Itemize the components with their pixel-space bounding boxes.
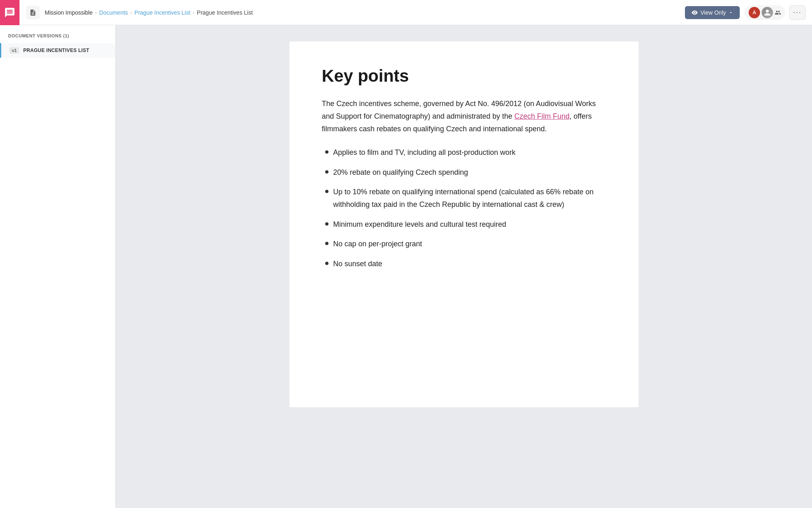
content-area: Key points The Czech incentives scheme, … [116, 25, 812, 508]
bullet-dot [325, 170, 328, 174]
breadcrumb-sep-2: › [130, 10, 132, 15]
bullet-dot [325, 222, 328, 226]
app-icon[interactable] [0, 0, 19, 25]
bullet-dot [325, 150, 328, 154]
bullet-text: No cap on per-project grant [333, 238, 606, 250]
document-paragraph: The Czech incentives scheme, governed by… [322, 98, 606, 135]
topbar-right: A ··· [745, 5, 806, 20]
bullet-item-3: Minimum expenditure levels and cultural … [322, 218, 606, 231]
bullet-text: Applies to film and TV, including all po… [333, 146, 606, 159]
breadcrumb-sub[interactable]: Prague Incentives List [134, 9, 190, 16]
bullet-text: 20% rebate on qualifying Czech spending [333, 166, 606, 179]
eye-icon [691, 9, 698, 16]
document-heading: Key points [322, 66, 606, 86]
breadcrumb-sep-1: › [95, 10, 97, 15]
breadcrumb-project: Mission Impossible [45, 9, 93, 16]
avatar-initials: A [749, 7, 760, 18]
bullet-text: Minimum expenditure levels and cultural … [333, 218, 606, 231]
czech-film-fund-link[interactable]: Czech Film Fund [514, 112, 570, 120]
bullet-list: Applies to film and TV, including all po… [322, 146, 606, 270]
bullet-item-0: Applies to film and TV, including all po… [322, 146, 606, 159]
view-only-label: View Only [700, 9, 726, 16]
more-options-button[interactable]: ··· [789, 5, 806, 20]
breadcrumb: Mission Impossible › Documents › Prague … [45, 9, 680, 16]
bullet-dot [325, 190, 328, 193]
document-card: Key points The Czech incentives scheme, … [289, 41, 639, 407]
breadcrumb-documents[interactable]: Documents [99, 9, 128, 16]
bullet-text: Up to 10% rebate on qualifying internati… [333, 186, 606, 211]
sidebar-item-label: PRAGUE INCENTIVES LIST [23, 48, 89, 53]
bullet-text: No sunset date [333, 258, 606, 270]
sidebar: DOCUMENT VERSIONS (1) v1 PRAGUE INCENTIV… [0, 25, 116, 508]
view-only-button[interactable]: View Only [685, 6, 740, 19]
main-layout: DOCUMENT VERSIONS (1) v1 PRAGUE INCENTIV… [0, 25, 812, 508]
bullet-dot [325, 242, 328, 245]
chevron-down-icon [728, 10, 733, 15]
avatar-group: A [745, 5, 785, 20]
bullet-item-4: No cap on per-project grant [322, 238, 606, 250]
topbar: Mission Impossible › Documents › Prague … [0, 0, 812, 25]
bullet-item-5: No sunset date [322, 258, 606, 270]
bullet-item-1: 20% rebate on qualifying Czech spending [322, 166, 606, 179]
bullet-dot [325, 262, 328, 265]
breadcrumb-current: Prague Incentives List [197, 9, 253, 16]
breadcrumb-sep-3: › [193, 10, 194, 15]
avatar-photo [762, 7, 773, 18]
sidebar-item-v1[interactable]: v1 PRAGUE INCENTIVES LIST [0, 43, 115, 58]
version-badge: v1 [9, 47, 19, 54]
sidebar-section-title: DOCUMENT VERSIONS (1) [0, 33, 115, 43]
people-icon [775, 9, 781, 16]
bullet-item-2: Up to 10% rebate on qualifying internati… [322, 186, 606, 211]
document-nav-icon[interactable] [26, 6, 40, 20]
